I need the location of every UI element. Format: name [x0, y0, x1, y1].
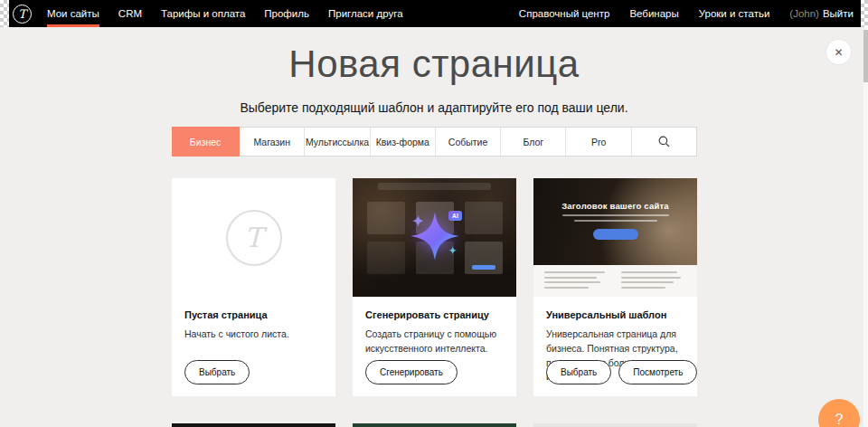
universal-card-preview: Заголовок вашего сайта [533, 178, 697, 297]
close-icon: ✕ [834, 46, 843, 59]
nav-item-logout[interactable]: (John) Выйти [789, 0, 854, 27]
top-nav: T Мои сайты CRM Тарифы и оплата Профиль … [0, 0, 868, 27]
user-name: (John) [789, 8, 819, 19]
tab-multilink[interactable]: Мультиссылка [305, 128, 370, 156]
blank-card-description: Начать с чистого листа. [184, 327, 323, 342]
nav-item-profile[interactable]: Профиль [264, 0, 309, 27]
ai-badge: AI [448, 211, 462, 221]
preview-text-line [574, 220, 657, 222]
generate-card-title: Сгенерировать страницу [365, 309, 504, 320]
preview-block [465, 202, 503, 234]
left-transparency-checker [0, 0, 9, 27]
tab-business[interactable]: Бизнес [172, 127, 240, 157]
blank-card-title: Пустая страница [184, 309, 323, 320]
nav-item-tariffs[interactable]: Тарифы и оплата [161, 0, 245, 27]
generate-button[interactable]: Сгенерировать [365, 360, 458, 384]
preview-accent-bar [472, 265, 495, 270]
template-card-generate: AI Сгенерировать страницу Создать страни… [353, 178, 516, 396]
main-nav: Мои сайты CRM Тарифы и оплата Профиль Пр… [47, 0, 422, 27]
tab-quiz-form[interactable]: Квиз-форма [371, 128, 436, 156]
tab-shop[interactable]: Магазин [240, 128, 305, 156]
universal-card-title: Универсальный шаблон [546, 309, 684, 320]
generate-card-preview: AI [353, 178, 516, 297]
generate-card-actions: Сгенерировать [365, 360, 458, 384]
preview-topbar-placeholder [378, 183, 491, 190]
tab-pro[interactable]: Pro [566, 128, 631, 156]
blank-card-body: Пустая страница Начать с чистого листа. [172, 297, 335, 342]
template-cards-row: T Пустая страница Начать с чистого листа… [172, 178, 697, 396]
logout-label: Выйти [823, 8, 854, 19]
secondary-nav: Справочный центр Вебинары Уроки и статьи… [499, 0, 854, 27]
partial-template-card[interactable] [353, 423, 516, 427]
close-button[interactable]: ✕ [826, 40, 851, 64]
universal-card-actions: Выбрать Посмотреть [546, 360, 697, 384]
blank-select-button[interactable]: Выбрать [184, 360, 250, 384]
nav-item-help-center[interactable]: Справочный центр [519, 0, 610, 27]
partial-template-card[interactable] [172, 423, 335, 427]
universal-preview-button[interactable]: Посмотреть [618, 360, 697, 384]
tab-event[interactable]: Событие [436, 128, 501, 156]
template-category-tabs: Бизнес Магазин Мультиссылка Квиз-форма С… [172, 127, 697, 157]
nav-item-my-sites[interactable]: Мои сайты [47, 0, 99, 27]
nav-item-lessons[interactable]: Уроки и статьи [699, 0, 770, 27]
preview-text-line [562, 214, 669, 216]
tab-search[interactable] [632, 128, 696, 156]
template-card-universal: Заголовок вашего сайта [533, 178, 697, 396]
preview-text-column [544, 271, 610, 290]
nav-item-webinars[interactable]: Вебинары [629, 0, 678, 27]
search-icon [658, 136, 670, 147]
tilda-logo-icon[interactable]: T [13, 5, 32, 24]
preview-cta-button [593, 229, 638, 240]
preview-hero-heading: Заголовок вашего сайта [533, 178, 697, 211]
partial-template-card[interactable] [533, 423, 697, 427]
scrollbar-thumb[interactable] [863, 30, 868, 82]
question-mark-icon: ? [835, 412, 844, 427]
preview-text-column [621, 271, 687, 290]
page-title: Новая страница [0, 43, 868, 86]
help-button[interactable]: ? [818, 399, 860, 427]
tab-blog[interactable]: Блог [501, 128, 566, 156]
preview-hero: Заголовок вашего сайта [533, 178, 697, 265]
next-row-partial [172, 423, 697, 427]
generate-card-body: Сгенерировать страницу Создать страницу … [353, 297, 516, 356]
nav-item-crm[interactable]: CRM [118, 0, 142, 27]
preview-text-section [533, 265, 697, 297]
tilda-watermark-icon: T [226, 210, 282, 266]
generate-card-description: Создать страницу с помощью искусственног… [365, 327, 504, 356]
template-card-blank: T Пустая страница Начать с чистого листа… [172, 178, 335, 396]
preview-block [367, 242, 405, 274]
preview-block [367, 202, 405, 234]
vertical-scrollbar[interactable] [863, 27, 868, 427]
blank-card-actions: Выбрать [184, 360, 250, 384]
universal-select-button[interactable]: Выбрать [546, 360, 611, 384]
right-transparency-checker [861, 0, 868, 27]
blank-card-preview: T [172, 178, 335, 297]
page-subtitle: Выберите подходящий шаблон и адаптируйте… [0, 100, 868, 115]
nav-item-invite-friend[interactable]: Пригласи друга [328, 0, 403, 27]
